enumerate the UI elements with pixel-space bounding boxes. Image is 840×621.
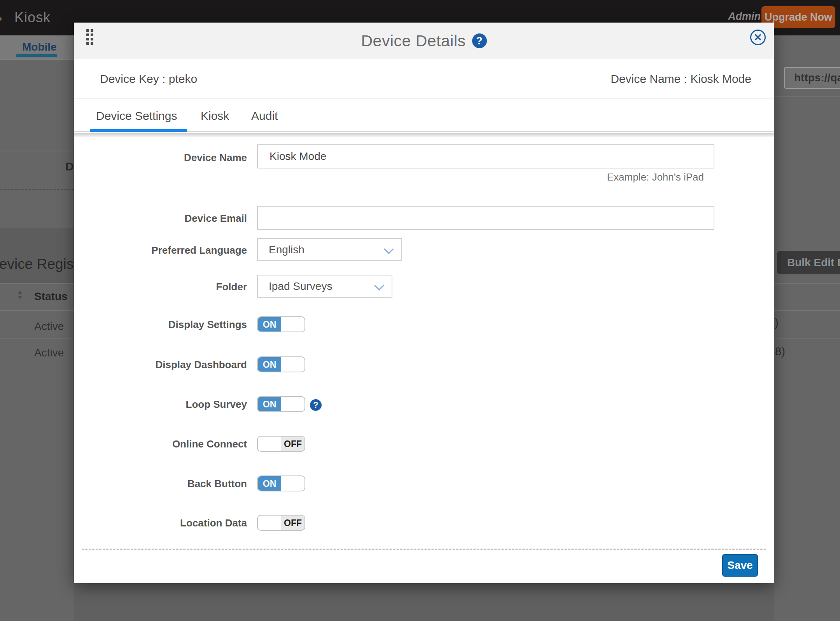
bulk-edit-devices-button[interactable]: Bulk Edit Dev [777, 251, 840, 274]
loop-survey-help-icon[interactable]: ? [310, 399, 322, 411]
url-input[interactable]: https://qa. [784, 67, 840, 89]
tab-audit[interactable]: Audit [251, 109, 278, 123]
display-settings-toggle[interactable]: ON [257, 316, 305, 332]
tab-device-settings[interactable]: Device Settings [96, 109, 177, 123]
display-dashboard-toggle[interactable]: ON [257, 356, 305, 372]
table-border [774, 310, 840, 311]
breadcrumb-chevron-icon: › [0, 9, 2, 27]
table-border [0, 283, 74, 284]
preferred-language-value: English [269, 244, 304, 256]
table-border [774, 338, 840, 339]
footer-dashed-divider [82, 549, 766, 550]
folder-select[interactable]: Ipad Surveys [257, 275, 392, 298]
table-row: Active [34, 347, 64, 359]
toggle-state: OFF [281, 516, 304, 530]
divider [774, 96, 840, 97]
device-name-hint: Example: John's iPad [257, 171, 704, 183]
preferred-language-select[interactable]: English [257, 238, 402, 261]
toggle-state: ON [258, 397, 281, 411]
loop-survey-label: Loop Survey [74, 398, 247, 410]
toggle-state: ON [258, 357, 281, 372]
device-email-input[interactable] [257, 206, 714, 230]
folder-value: Ipad Surveys [269, 280, 332, 293]
page-title: Kiosk [14, 9, 51, 26]
table-row: Active [34, 320, 64, 333]
close-icon[interactable]: ✕ [750, 30, 766, 45]
help-icon[interactable]: ? [472, 33, 487, 48]
toggle-state: OFF [281, 437, 304, 451]
back-button-label: Back Button [74, 478, 247, 490]
device-name-label: Device Name [74, 152, 247, 164]
background-left-region: Mobile D evice Registr ▲ ▼ Status Active… [0, 35, 74, 621]
save-button[interactable]: Save [722, 554, 758, 577]
location-data-label: Location Data [74, 517, 247, 529]
admin-label[interactable]: Admin [728, 11, 761, 23]
tab-shadow [74, 133, 774, 138]
location-data-toggle[interactable]: OFF [257, 515, 305, 531]
table-border [0, 310, 74, 311]
chevron-down-icon [374, 281, 384, 290]
section-header-band [0, 228, 74, 283]
modal-tab-bar: Device Settings Kiosk Audit [74, 99, 774, 132]
divider [0, 151, 74, 151]
sort-icon[interactable]: ▲ ▼ [17, 289, 23, 300]
toggle-state: ON [258, 476, 281, 491]
folder-label: Folder [74, 281, 247, 293]
dashed-divider [0, 189, 74, 190]
background-right-region: https://qa. Bulk Edit Dev ) 8) [774, 35, 840, 621]
modal-title: Device Details [361, 32, 466, 50]
device-name-input[interactable] [257, 144, 714, 168]
active-tab-underline [90, 129, 187, 132]
chevron-down-icon [384, 244, 394, 254]
status-column-header[interactable]: Status [34, 290, 68, 303]
tab-kiosk[interactable]: Kiosk [201, 109, 229, 123]
clipped-field-label: D [65, 160, 74, 173]
online-connect-toggle[interactable]: OFF [257, 436, 305, 452]
toggle-state: ON [258, 317, 281, 332]
table-border [0, 338, 74, 339]
table-row-clipped-value: 8) [775, 345, 785, 358]
device-details-modal: Device Details ? ✕ Device Key : pteko De… [74, 23, 774, 583]
tab-mobile[interactable]: Mobile [22, 41, 57, 53]
device-email-label: Device Email [74, 212, 247, 225]
display-dashboard-label: Display Dashboard [74, 359, 247, 371]
table-border [774, 283, 840, 284]
preferred-language-label: Preferred Language [74, 244, 247, 256]
device-registration-heading: evice Registr [0, 256, 74, 272]
back-button-toggle[interactable]: ON [257, 475, 305, 491]
device-key-text: Device Key : pteko [100, 72, 197, 86]
device-key-row: Device Key : pteko Device Name : Kiosk M… [74, 59, 774, 99]
modal-header: Device Details ? ✕ [74, 23, 774, 59]
tab-mobile-underline [16, 54, 57, 57]
loop-survey-toggle[interactable]: ON [257, 396, 305, 412]
device-name-text: Device Name : Kiosk Mode [611, 72, 751, 86]
online-connect-label: Online Connect [74, 438, 247, 450]
display-settings-label: Display Settings [74, 319, 247, 331]
table-row-clipped-value: ) [775, 316, 779, 329]
